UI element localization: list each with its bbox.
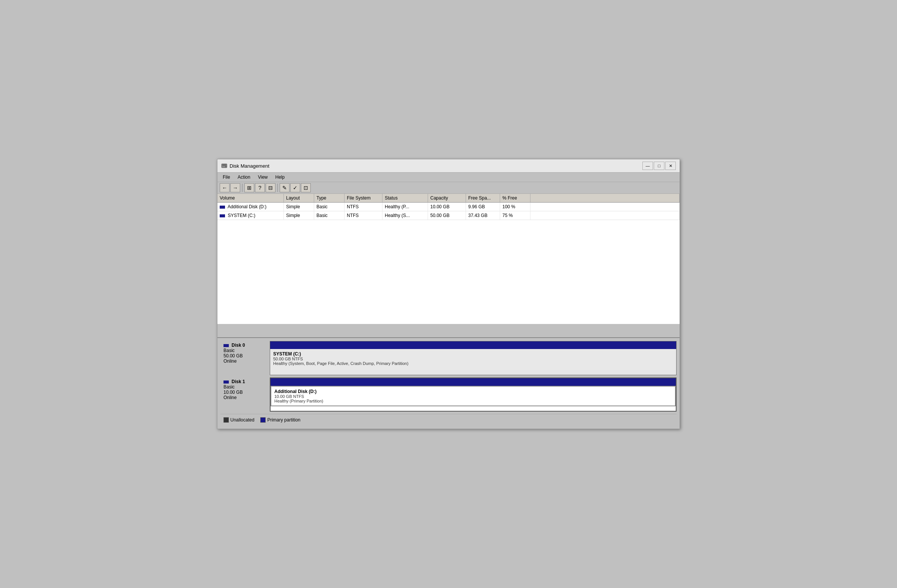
disk-row-0: Disk 0 Basic 50.00 GB Online SYSTEM (C:)… <box>220 341 677 375</box>
toolbar-up-button[interactable]: ⊟ <box>266 183 275 192</box>
toolbar-view-button[interactable]: ⊞ <box>244 183 254 192</box>
legend-primary: Primary partition <box>260 417 300 423</box>
legend-unallocated: Unallocated <box>223 417 254 423</box>
td-extra-0 <box>530 203 680 211</box>
td-capacity-1: 50.00 GB <box>428 211 466 220</box>
td-freespace-0: 9.96 GB <box>466 203 500 211</box>
td-extra-1 <box>530 211 680 220</box>
disk1-status: Online <box>223 395 267 400</box>
disk0-header-bar <box>270 341 676 349</box>
svg-rect-0 <box>222 164 227 168</box>
main-content: Volume Layout Type File System Status Ca… <box>217 194 680 429</box>
disk0-partition-health: Healthy (System, Boot, Page File, Active… <box>273 361 673 366</box>
disk0-partition-size: 50.00 GB NTFS <box>273 357 673 361</box>
svg-point-2 <box>225 166 227 167</box>
td-type-0: Basic <box>314 203 345 211</box>
col-freespace[interactable]: Free Spa... <box>466 194 500 202</box>
td-status-1: Healthy (S... <box>382 211 428 220</box>
td-pctfree-1: 75 % <box>500 211 530 220</box>
disk1-partition-size: 10.00 GB NTFS <box>274 394 672 399</box>
disk1-partition[interactable]: Additional Disk (D:) 10.00 GB NTFS Healt… <box>271 386 676 406</box>
disk1-type: Basic <box>223 384 267 390</box>
td-volume-0: Additional Disk (D:) <box>217 203 284 211</box>
menu-file[interactable]: File <box>219 173 234 181</box>
table-header: Volume Layout Type File System Status Ca… <box>217 194 680 203</box>
legend-box-primary <box>260 417 266 423</box>
toolbar-sep-1 <box>242 184 242 192</box>
menu-view[interactable]: View <box>254 173 272 181</box>
table-body: Additional Disk (D:) Simple Basic NTFS H… <box>217 203 680 324</box>
menu-action[interactable]: Action <box>234 173 254 181</box>
disk0-name: Disk 0 <box>223 343 267 348</box>
table-section: Volume Layout Type File System Status Ca… <box>217 194 680 338</box>
disk0-type: Basic <box>223 348 267 353</box>
title-bar-controls: — □ ✕ <box>642 162 676 170</box>
disk0-partition[interactable]: SYSTEM (C:) 50.00 GB NTFS Healthy (Syste… <box>270 349 676 368</box>
legend-label-primary: Primary partition <box>267 417 300 423</box>
toolbar-check-button[interactable]: ✓ <box>290 183 300 192</box>
disk1-header-bar <box>271 378 676 386</box>
td-freespace-1: 37.43 GB <box>466 211 500 220</box>
minimize-button[interactable]: — <box>642 162 653 170</box>
td-type-1: Basic <box>314 211 345 220</box>
td-status-0: Healthy (P... <box>382 203 428 211</box>
col-status[interactable]: Status <box>382 194 428 202</box>
disk-label-0: Disk 0 Basic 50.00 GB Online <box>220 341 270 375</box>
disk0-content[interactable]: SYSTEM (C:) 50.00 GB NTFS Healthy (Syste… <box>270 341 677 375</box>
disk-section: Disk 0 Basic 50.00 GB Online SYSTEM (C:)… <box>217 338 680 429</box>
toolbar-back-button[interactable]: ← <box>220 183 230 192</box>
col-volume[interactable]: Volume <box>217 194 284 202</box>
toolbar-help-button[interactable]: ? <box>255 183 265 192</box>
col-filesystem[interactable]: File System <box>345 194 382 202</box>
disk-icon <box>221 163 227 169</box>
volume-icon-0 <box>220 206 225 209</box>
td-filesystem-0: NTFS <box>345 203 382 211</box>
col-extra <box>530 194 680 202</box>
disk0-status: Online <box>223 358 267 364</box>
title-bar: Disk Management — □ ✕ <box>217 159 680 173</box>
svg-rect-1 <box>222 165 226 165</box>
table-row[interactable]: Additional Disk (D:) Simple Basic NTFS H… <box>217 203 680 211</box>
td-layout-1: Simple <box>284 211 314 220</box>
toolbar-edit-button[interactable]: ✎ <box>280 183 290 192</box>
disk-label-1: Disk 1 Basic 10.00 GB Online <box>220 377 270 412</box>
toolbar-sep-2 <box>277 184 278 192</box>
disk1-partition-health: Healthy (Primary Partition) <box>274 399 672 403</box>
toolbar-forward-button[interactable]: → <box>230 183 240 192</box>
close-button[interactable]: ✕ <box>665 162 676 170</box>
td-filesystem-1: NTFS <box>345 211 382 220</box>
disk0-icon <box>223 344 229 347</box>
menu-help[interactable]: Help <box>272 173 289 181</box>
disk-management-window: Disk Management — □ ✕ File Action View H… <box>217 159 680 429</box>
col-pctfree[interactable]: % Free <box>500 194 530 202</box>
disk1-name: Disk 1 <box>223 379 267 384</box>
disk1-icon <box>223 380 229 384</box>
td-layout-0: Simple <box>284 203 314 211</box>
disk0-size: 50.00 GB <box>223 353 267 358</box>
td-pctfree-0: 100 % <box>500 203 530 211</box>
title-bar-left: Disk Management <box>221 163 269 169</box>
legend-box-unallocated <box>223 417 229 423</box>
disk1-content[interactable]: Additional Disk (D:) 10.00 GB NTFS Healt… <box>270 377 677 412</box>
disk0-partition-name: SYSTEM (C:) <box>273 351 673 357</box>
disk1-size: 10.00 GB <box>223 390 267 395</box>
window-title: Disk Management <box>230 163 269 169</box>
td-capacity-0: 10.00 GB <box>428 203 466 211</box>
col-layout[interactable]: Layout <box>284 194 314 202</box>
volume-icon-1 <box>220 214 225 217</box>
disk-row-1: Disk 1 Basic 10.00 GB Online Additional … <box>220 377 677 412</box>
td-volume-1: SYSTEM (C:) <box>217 211 284 220</box>
disk1-partition-name: Additional Disk (D:) <box>274 389 672 394</box>
table-row[interactable]: SYSTEM (C:) Simple Basic NTFS Healthy (S… <box>217 211 680 220</box>
legend-label-unallocated: Unallocated <box>230 417 254 423</box>
legend-bar: Unallocated Primary partition <box>220 414 677 426</box>
toolbar: ← → ⊞ ? ⊟ ✎ ✓ ⊡ <box>217 182 680 194</box>
menu-bar: File Action View Help <box>217 173 680 182</box>
col-capacity[interactable]: Capacity <box>428 194 466 202</box>
toolbar-layout-button[interactable]: ⊡ <box>301 183 311 192</box>
maximize-button[interactable]: □ <box>654 162 664 170</box>
col-type[interactable]: Type <box>314 194 345 202</box>
